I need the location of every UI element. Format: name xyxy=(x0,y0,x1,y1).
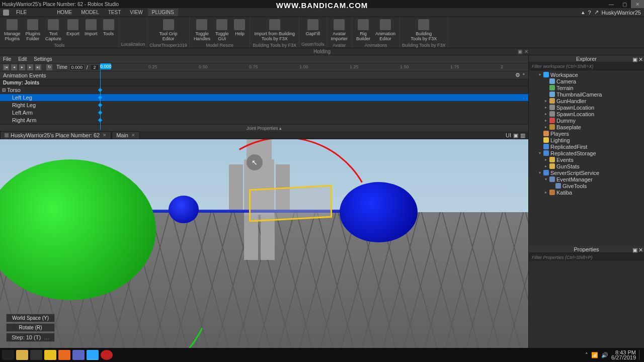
maximize-button[interactable]: ▢ xyxy=(618,0,631,8)
tab-close-icon[interactable]: ✕ xyxy=(103,133,107,138)
menu-model[interactable]: MODEL xyxy=(77,9,103,16)
tree-node[interactable]: ▾Workspace xyxy=(529,71,644,78)
close-button[interactable]: ✕ xyxy=(631,0,644,8)
ribbon-button[interactable]: Tool GripEditor xyxy=(157,18,180,42)
chevron-icon[interactable]: ▸ xyxy=(544,190,548,195)
tray-volume-icon[interactable]: 🔊 xyxy=(601,352,608,358)
hud-step-more-icon[interactable]: … xyxy=(44,334,49,340)
loop-icon[interactable]: ↻ xyxy=(46,64,52,70)
joint-row[interactable]: Right Arm xyxy=(0,117,528,124)
taskbar-app-discord[interactable] xyxy=(72,350,85,360)
explorer-tree[interactable]: ▾WorkspaceCameraTerrainThumbnailCamera▸G… xyxy=(529,70,644,246)
chevron-icon[interactable]: ▾ xyxy=(538,170,542,175)
timeline[interactable]: |◂ ◂ ▸ ▸ ▸| ↻ Time 0.000 / 2 0.250.500.7… xyxy=(0,63,528,71)
tree-node[interactable]: ▸Events xyxy=(529,156,644,163)
chevron-icon[interactable]: ▸ xyxy=(544,112,548,116)
chevron-icon[interactable]: ▸ xyxy=(544,105,548,110)
chevron-icon[interactable]: ▾ xyxy=(544,177,548,182)
chevron-icon[interactable]: ▸ xyxy=(544,157,548,162)
hud-space[interactable]: World Space (Y) xyxy=(6,314,55,322)
tree-node[interactable]: Players xyxy=(529,130,644,137)
tray-chevron-icon[interactable]: ˄ xyxy=(585,352,588,358)
goto-end-icon[interactable]: ▸| xyxy=(35,64,41,70)
panel-close-icon[interactable]: ✕ xyxy=(638,56,643,63)
viewport-icon2[interactable]: ▥ xyxy=(520,132,525,139)
tray-clock[interactable]: 8:43 PM 6/27/2019 xyxy=(611,350,636,360)
chevron-icon[interactable]: ▾ xyxy=(538,151,542,155)
chevron-icon[interactable]: ▸ xyxy=(544,164,548,168)
ribbon-button[interactable]: ToggleHandles xyxy=(192,18,212,42)
properties-filter[interactable]: Filter Properties (Ctrl+Shift+P) xyxy=(529,253,644,261)
tree-node[interactable]: Lighting xyxy=(529,137,644,143)
ribbon-button[interactable]: ManagePlugins xyxy=(2,18,23,42)
show-desktop-button[interactable] xyxy=(639,350,642,360)
user-label[interactable]: HuskyWarrior25 xyxy=(602,10,641,16)
tree-node[interactable]: ▾EventManager xyxy=(529,176,644,183)
studio-logo-icon[interactable] xyxy=(3,10,9,16)
playhead[interactable]: 0.000 xyxy=(100,63,111,69)
joint-properties-toggle[interactable]: Joint Properties ▴ xyxy=(0,124,528,131)
ribbon-button[interactable]: Export xyxy=(64,18,82,37)
anim-menu-file[interactable]: File xyxy=(3,56,11,62)
chevron-icon[interactable]: ▸ xyxy=(544,125,548,129)
panel-undock-icon[interactable]: ▣ xyxy=(632,56,637,63)
menu-test[interactable]: TEST xyxy=(104,9,125,16)
panel-undock-icon[interactable]: ▣ xyxy=(632,246,637,253)
tree-node[interactable]: ▾ServerScriptService xyxy=(529,169,644,176)
step-fwd-icon[interactable]: ▸ xyxy=(27,64,33,70)
step-back-icon[interactable]: ◂ xyxy=(11,64,17,70)
tree-node[interactable]: ReplicatedFirst xyxy=(529,143,644,150)
menu-view[interactable]: VIEW xyxy=(126,9,147,16)
tree-node[interactable]: ▾ReplicatedStorage xyxy=(529,150,644,156)
anim-menu-settings[interactable]: Settings xyxy=(34,56,52,62)
chevron-icon[interactable]: ▸ xyxy=(544,118,548,123)
taskbar-app-roblox[interactable] xyxy=(87,350,99,360)
selection-box[interactable] xyxy=(249,185,332,222)
taskbar-app-bandicam[interactable] xyxy=(101,350,113,360)
expand-icon[interactable]: ⊟ xyxy=(2,87,6,93)
time-input[interactable]: 0.000 xyxy=(69,64,85,70)
ribbon-button[interactable]: ToggleGUI xyxy=(213,18,231,42)
play-icon[interactable]: ▸ xyxy=(19,64,25,70)
goto-start-icon[interactable]: |◂ xyxy=(3,64,9,70)
explorer-filter[interactable]: Filter workspace (Ctrl+Shift+X) xyxy=(529,62,644,70)
hud-step[interactable]: Step: 10 (T)… xyxy=(6,333,55,342)
tree-node[interactable]: ▸Katiba xyxy=(529,189,644,196)
windows-taskbar[interactable]: ˄ 📶 🔊 8:43 PM 6/27/2019 xyxy=(0,348,644,362)
ribbon-button[interactable]: AvatarImporter xyxy=(329,18,350,42)
menu-home[interactable]: HOME xyxy=(53,9,76,16)
taskbar-app-1[interactable] xyxy=(30,350,42,360)
share-icon[interactable]: ↗ xyxy=(594,9,599,16)
tab-place[interactable]: HuskyWarrior25's Place Number: 62✕ xyxy=(0,131,111,139)
joint-row[interactable]: ⊟Torso xyxy=(0,86,528,94)
joint-row[interactable]: Right Leg xyxy=(0,102,528,109)
menu-plugins[interactable]: PLUGINS xyxy=(148,9,178,16)
tree-node[interactable]: Camera xyxy=(529,78,644,84)
ribbon-button[interactable]: Tools xyxy=(101,18,117,37)
start-button[interactable] xyxy=(2,350,14,360)
help-icon[interactable]: ? xyxy=(588,10,591,16)
ribbon-button[interactable]: PluginsFolder xyxy=(24,18,43,42)
add-event-icon[interactable]: ⁺ xyxy=(522,72,525,78)
tree-node[interactable]: ▸GunStats xyxy=(529,163,644,169)
viewport-icon[interactable]: ▣ xyxy=(513,132,518,139)
anim-menu-edit[interactable]: Edit xyxy=(18,56,27,62)
hud-mode[interactable]: Rotate (R) xyxy=(6,323,55,332)
panel-undock-icon[interactable]: ▣ xyxy=(518,49,522,54)
ribbon-button[interactable]: TextCapture xyxy=(43,18,63,42)
tree-node[interactable]: GiveTools xyxy=(529,183,644,189)
ribbon-button[interactable]: Import xyxy=(83,18,100,37)
ribbon-button[interactable]: RigBuilder xyxy=(354,18,372,42)
minimize-button[interactable]: ― xyxy=(605,0,618,8)
tree-node[interactable]: ▸GunHandler xyxy=(529,98,644,104)
menu-file[interactable]: FILE xyxy=(12,9,31,16)
viewport-3d[interactable]: ↖ World Space (Y) Rotate (R) Step: 10 (T… xyxy=(0,139,528,348)
tree-node[interactable]: ▸Dummy xyxy=(529,117,644,124)
chevron-icon[interactable]: ▾ xyxy=(538,72,542,77)
tree-node[interactable]: ▸SpawnLocation xyxy=(529,111,644,117)
panel-close-icon[interactable]: ✕ xyxy=(638,246,643,253)
taskbar-app-2[interactable] xyxy=(44,350,56,360)
chevron-icon[interactable]: ▸ xyxy=(544,99,548,103)
ribbon-button[interactable]: Import from BuildingTools by F3X xyxy=(252,18,297,42)
ribbon-button[interactable]: BuildingTools by F3X xyxy=(409,18,439,42)
